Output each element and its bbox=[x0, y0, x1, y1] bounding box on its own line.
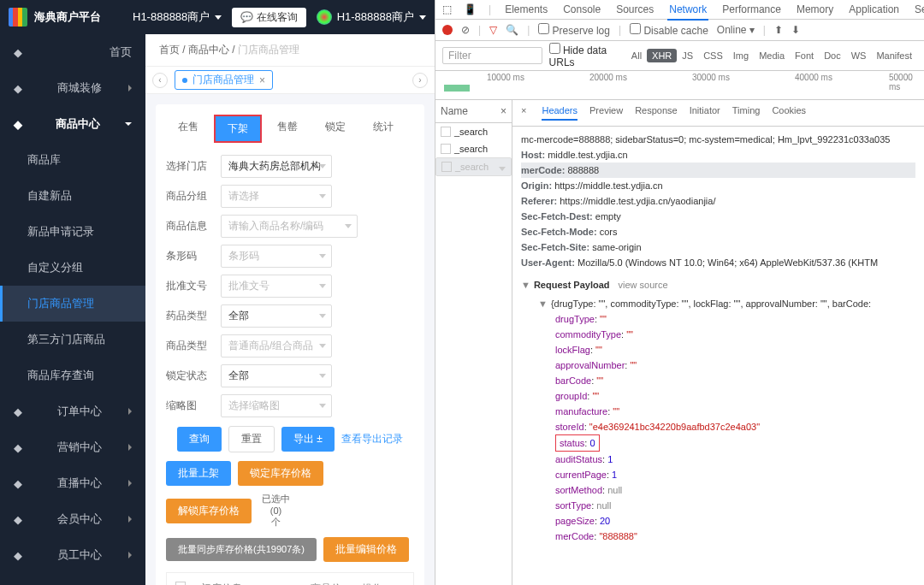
disable-cache-checkbox[interactable]: Disable cache bbox=[630, 23, 708, 37]
unlock-price-button[interactable]: 解锁库存价格 bbox=[166, 499, 252, 523]
export-button[interactable]: 导出 ± bbox=[281, 427, 335, 452]
approval-input[interactable]: 批准文号 bbox=[221, 275, 332, 298]
filter-pill[interactable]: JS bbox=[677, 49, 698, 62]
devtools-tab[interactable]: Memory bbox=[795, 0, 835, 19]
tab-4[interactable]: 统计 bbox=[361, 115, 406, 143]
sidebar-item[interactable]: ◆商城装修 bbox=[0, 70, 145, 106]
clear-icon[interactable]: ⊘ bbox=[461, 24, 470, 36]
status-tabs: 在售下架售罄锁定统计 bbox=[166, 115, 414, 143]
sidebar-item[interactable]: 商品库 bbox=[0, 142, 145, 178]
detail-tab[interactable]: Cookies bbox=[772, 105, 806, 121]
logo bbox=[9, 8, 27, 27]
batch-edit-button[interactable]: 批量编辑价格 bbox=[323, 537, 409, 562]
goodstype-select[interactable]: 普通商品/组合商品 bbox=[221, 334, 332, 358]
user-dropdown[interactable]: H1-888888商户 bbox=[317, 9, 426, 26]
detail-body: mc-mercode=888888; sidebarStatus=0; mc-s… bbox=[512, 127, 924, 585]
reset-button[interactable]: 重置 bbox=[228, 426, 275, 452]
detail-tab[interactable]: Timing bbox=[732, 105, 761, 121]
page-tab-chip[interactable]: 门店商品管理× bbox=[175, 70, 273, 90]
export-log-link[interactable]: 查看导出记录 bbox=[341, 432, 403, 446]
sidebar-item[interactable]: 第三方门店商品 bbox=[0, 322, 145, 358]
app-title: 海典商户平台 bbox=[34, 9, 101, 25]
merchant-dropdown[interactable]: H1-888888商户 bbox=[133, 9, 222, 25]
lock-select[interactable]: 全部 bbox=[221, 364, 332, 387]
sidebar-item[interactable]: ◆首页 bbox=[0, 34, 145, 70]
chat-button[interactable]: 💬 在线客询 bbox=[232, 8, 305, 27]
sidebar-item[interactable]: ◆会员中心 bbox=[0, 501, 145, 537]
devtools-tab[interactable]: Network bbox=[667, 0, 708, 21]
filter-pill[interactable]: All bbox=[626, 49, 647, 62]
select-all-checkbox[interactable] bbox=[175, 582, 186, 585]
tab-next-icon[interactable]: › bbox=[412, 73, 428, 88]
sidebar-item[interactable]: 商品库存查询 bbox=[0, 358, 145, 393]
close-icon[interactable]: × bbox=[259, 74, 265, 86]
view-source-link[interactable]: view source bbox=[619, 280, 668, 290]
detail-tab[interactable]: Initiator bbox=[690, 105, 720, 121]
lock-price-button[interactable]: 锁定库存价格 bbox=[238, 461, 323, 486]
devtools-tab[interactable]: Application bbox=[847, 0, 901, 19]
inspect-icon[interactable]: ⬚ bbox=[442, 3, 452, 15]
tab-prev-icon[interactable]: ‹ bbox=[152, 73, 168, 88]
filter-icon[interactable]: ▽ bbox=[489, 24, 497, 36]
breadcrumb-home[interactable]: 首页 bbox=[159, 44, 180, 56]
request-item[interactable]: _search bbox=[435, 157, 512, 176]
group-select[interactable]: 请选择 bbox=[221, 185, 332, 208]
barcode-input[interactable]: 条形码 bbox=[221, 245, 332, 268]
filter-bar: Filter Hide data URLs AllXHRJSCSSImgMedi… bbox=[435, 41, 924, 71]
batch-on-button[interactable]: 批量上架 bbox=[166, 461, 231, 486]
tab-0[interactable]: 在售 bbox=[166, 115, 210, 143]
devtools-tab[interactable]: Sources bbox=[614, 0, 655, 19]
preserve-log-checkbox[interactable]: Preserve log bbox=[538, 23, 610, 37]
record-icon[interactable] bbox=[442, 25, 453, 35]
tab-3[interactable]: 锁定 bbox=[313, 115, 358, 143]
sidebar-item[interactable]: 自定义分组 bbox=[0, 250, 145, 286]
sidebar-item[interactable]: ◆商品中心 bbox=[0, 106, 145, 142]
devtools-tab[interactable]: Elements bbox=[503, 0, 549, 19]
device-icon[interactable]: 📱 bbox=[464, 3, 477, 15]
sidebar-item[interactable]: ◆订单中心 bbox=[0, 393, 145, 429]
detail-tab[interactable]: Response bbox=[635, 105, 678, 121]
filter-input[interactable]: Filter bbox=[442, 47, 542, 64]
filter-pill[interactable]: Img bbox=[728, 49, 754, 62]
sidebar-item[interactable]: ◆员工中心 bbox=[0, 537, 145, 573]
sidebar-item[interactable]: 门店商品管理 bbox=[0, 286, 145, 322]
close-icon[interactable]: × bbox=[500, 105, 506, 117]
upload-icon[interactable]: ⬆ bbox=[774, 24, 783, 36]
query-button[interactable]: 查询 bbox=[177, 427, 222, 452]
request-item[interactable]: _search bbox=[435, 123, 512, 140]
info-input[interactable]: 请输入商品名称/编码 bbox=[221, 215, 358, 238]
sync-button[interactable]: 批量同步库存价格(共19907条) bbox=[166, 538, 317, 561]
filter-pill[interactable]: XHR bbox=[647, 49, 677, 62]
tab-1[interactable]: 下架 bbox=[214, 115, 262, 143]
timeline[interactable]: 10000 ms 20000 ms 30000 ms 40000 ms 5000… bbox=[435, 71, 924, 100]
filter-pill[interactable]: CSS bbox=[698, 49, 728, 62]
sidebar: ◆首页◆商城装修◆商品中心商品库自建新品新品申请记录自定义分组门店商品管理第三方… bbox=[0, 34, 145, 585]
filter-pill[interactable]: Doc bbox=[819, 49, 846, 62]
sidebar-item[interactable]: 自建新品 bbox=[0, 178, 145, 214]
detail-tab[interactable]: Headers bbox=[542, 105, 578, 121]
devtools-tab[interactable]: Secu bbox=[913, 0, 924, 19]
thumb-select[interactable]: 选择缩略图 bbox=[221, 394, 332, 417]
devtools-tab[interactable]: Console bbox=[561, 0, 602, 19]
selected-count: 已选中(0)个 bbox=[262, 493, 290, 529]
sidebar-item[interactable]: 新品申请记录 bbox=[0, 214, 145, 250]
drugtype-select[interactable]: 全部 bbox=[221, 304, 332, 328]
detail-tab[interactable]: Preview bbox=[589, 105, 623, 121]
request-item[interactable]: _search bbox=[435, 140, 512, 157]
sidebar-item[interactable]: ◆门店中心 bbox=[0, 573, 145, 585]
filter-pill[interactable]: Media bbox=[754, 49, 790, 62]
sidebar-item[interactable]: ◆直播中心 bbox=[0, 465, 145, 501]
devtools-tab[interactable]: Performance bbox=[720, 0, 783, 19]
search-icon[interactable]: 🔍 bbox=[506, 24, 518, 36]
close-icon[interactable]: × bbox=[521, 105, 526, 121]
throttle-select[interactable]: Online ▾ bbox=[717, 24, 755, 36]
filter-pill[interactable]: Manifest bbox=[871, 49, 917, 62]
breadcrumb-mid[interactable]: 商品中心 bbox=[188, 44, 229, 56]
filter-pill[interactable]: WS bbox=[846, 49, 872, 62]
hide-urls-checkbox[interactable]: Hide data URLs bbox=[549, 43, 619, 68]
download-icon[interactable]: ⬇ bbox=[791, 24, 800, 36]
store-select[interactable]: 海典大药房总部机构 bbox=[221, 155, 332, 178]
tab-2[interactable]: 售罄 bbox=[265, 115, 310, 143]
sidebar-item[interactable]: ◆营销中心 bbox=[0, 429, 145, 465]
filter-pill[interactable]: Font bbox=[790, 49, 819, 62]
